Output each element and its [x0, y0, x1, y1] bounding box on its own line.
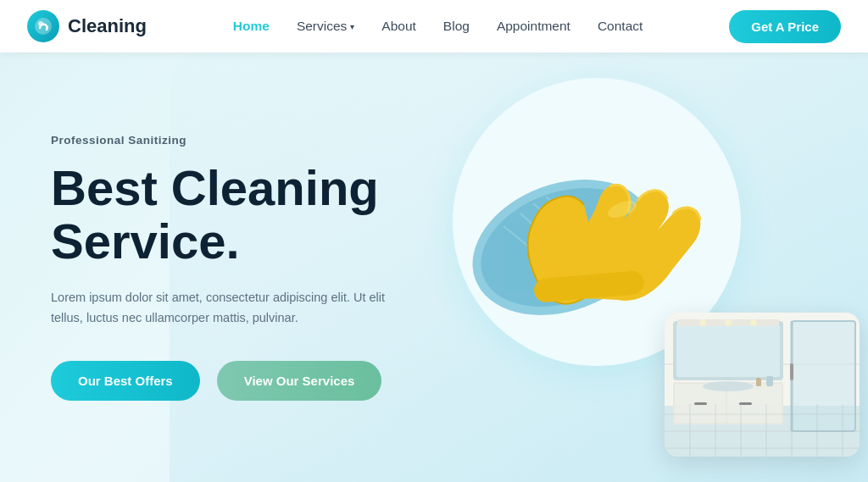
get-price-button[interactable]: Get A Price — [729, 10, 841, 43]
nav-link-blog[interactable]: Blog — [443, 19, 470, 33]
svg-point-1 — [38, 21, 43, 26]
svg-point-0 — [35, 18, 52, 35]
logo[interactable]: Cleaning — [27, 10, 147, 42]
navbar: Cleaning Home Services ▾ About Blog Appo… — [0, 0, 868, 53]
hero-subtitle: Professional Sanitizing — [51, 134, 458, 147]
svg-point-25 — [703, 381, 754, 391]
nav-link-about[interactable]: About — [381, 19, 416, 33]
svg-point-18 — [725, 319, 732, 326]
svg-rect-39 — [766, 376, 773, 386]
nav-link-services[interactable]: Services — [297, 19, 347, 34]
hero-title-line1: Best Cleaning — [51, 160, 379, 215]
brand-name: Cleaning — [68, 15, 147, 37]
hero-section: Professional Sanitizing Best Cleaning Se… — [0, 53, 868, 482]
svg-rect-15 — [676, 324, 780, 377]
nav-item-appointment[interactable]: Appointment — [497, 19, 570, 34]
nav-link-appointment[interactable]: Appointment — [497, 19, 570, 33]
svg-point-17 — [699, 319, 706, 326]
hero-title-line2: Service. — [51, 213, 240, 269]
best-offers-button[interactable]: Our Best Offers — [51, 361, 200, 401]
hero-content: Professional Sanitizing Best Cleaning Se… — [51, 134, 458, 401]
nav-item-home[interactable]: Home — [233, 19, 270, 34]
svg-rect-40 — [756, 378, 761, 386]
chevron-down-icon: ▾ — [350, 22, 354, 31]
nav-item-about[interactable]: About — [381, 19, 416, 34]
logo-icon — [27, 10, 59, 42]
nav-item-contact[interactable]: Contact — [598, 19, 643, 34]
svg-rect-28 — [790, 363, 793, 380]
hero-images — [427, 53, 868, 482]
nav-link-contact[interactable]: Contact — [598, 19, 643, 33]
hero-bathroom-image — [665, 313, 860, 457]
svg-point-19 — [750, 319, 757, 326]
nav-links: Home Services ▾ About Blog Appointment C… — [233, 19, 643, 34]
hero-title: Best Cleaning Service. — [51, 162, 458, 268]
hero-buttons: Our Best Offers View Our Services — [51, 361, 458, 401]
svg-rect-23 — [694, 402, 707, 405]
nav-item-services[interactable]: Services ▾ — [297, 19, 354, 34]
nav-link-home[interactable]: Home — [233, 19, 270, 33]
nav-item-blog[interactable]: Blog — [443, 19, 470, 34]
view-services-button[interactable]: View Our Services — [217, 361, 382, 401]
hero-description: Lorem ipsum dolor sit amet, consectetur … — [51, 288, 390, 329]
